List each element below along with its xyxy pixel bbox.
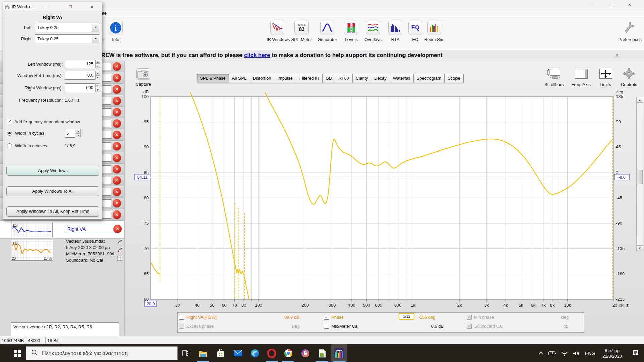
taskbar-search-input[interactable]: Πληκτρολογήστε εδώ για αναζήτηση xyxy=(26,346,178,360)
scroll-up-icon[interactable]: ▲ xyxy=(637,97,643,103)
delete-measurement-icon[interactable]: ✕ xyxy=(113,225,122,233)
tray-chevron-icon[interactable] xyxy=(538,352,544,355)
width-cycles-radio[interactable] xyxy=(7,131,12,136)
info-button[interactable]: i Info xyxy=(105,21,126,42)
spl-trace-checkbox[interactable] xyxy=(179,315,184,320)
mail-button[interactable] xyxy=(230,344,246,362)
apply-windows-all-keep-button[interactable]: Apply Windows To All, Keep Ref Time xyxy=(6,206,99,217)
excess-phase-unit: deg xyxy=(266,324,300,329)
donation-link[interactable]: click here xyxy=(244,52,270,58)
delete-measurement-icon[interactable]: ✕ xyxy=(113,154,121,162)
mic-cal-checkbox[interactable] xyxy=(324,324,329,329)
libreoffice-calc-button[interactable] xyxy=(314,344,330,362)
generator-button[interactable]: Generator xyxy=(317,21,338,42)
taskbar-clock[interactable]: 8:57 μμ 22/8/2020 xyxy=(602,348,622,359)
delete-measurement-icon[interactable]: ✕ xyxy=(113,142,121,150)
ir-windows-button[interactable]: IR Windows xyxy=(267,21,288,42)
spl-phase-chart[interactable]: dBdeg100959085807570656013590450-45-90-1… xyxy=(125,61,644,316)
secure-browser-button[interactable] xyxy=(297,344,313,362)
apply-windows-all-button[interactable]: Apply Windows To All xyxy=(6,186,99,196)
left-window-input[interactable]: 125 xyxy=(65,60,95,68)
delete-measurement-icon[interactable]: ✕ xyxy=(113,131,121,139)
file-explorer-button[interactable] xyxy=(195,344,211,362)
spinner-arrows[interactable]: ▲▼ xyxy=(76,129,81,138)
measurement-name-field[interactable]: Right VA xyxy=(66,225,116,233)
action-center-icon[interactable] xyxy=(632,349,639,357)
scrollbar-thumb[interactable] xyxy=(637,170,643,184)
fdw-checkbox[interactable]: ✓ xyxy=(7,119,12,124)
apply-windows-button[interactable]: Apply Windows xyxy=(6,166,99,176)
start-button[interactable] xyxy=(9,344,26,362)
width-octaves-radio[interactable] xyxy=(7,143,12,148)
delete-measurement-icon[interactable]: ✕ xyxy=(113,199,121,207)
opera-button[interactable] xyxy=(264,344,280,362)
dialog-titlebar[interactable]: IR Windo... — ✕ xyxy=(3,2,102,12)
delete-measurement-icon[interactable]: ✕ xyxy=(113,119,121,128)
edit-pencil-icon[interactable] xyxy=(117,239,123,245)
dialog-maximize-button[interactable] xyxy=(65,2,75,12)
spinner-arrows[interactable]: ▲▼ xyxy=(95,71,101,80)
rew-taskbar-button[interactable]: REW xyxy=(331,344,347,362)
wifi-icon[interactable] xyxy=(561,351,568,356)
power-status-icon[interactable] xyxy=(548,351,556,356)
delete-measurement-icon[interactable]: ✕ xyxy=(113,188,121,196)
task-view-button[interactable] xyxy=(177,344,194,362)
phase-checkbox[interactable]: ✓ xyxy=(324,315,329,320)
rta-button[interactable]: RTA xyxy=(385,21,406,42)
spinner-arrows[interactable]: ▲▼ xyxy=(95,60,101,68)
freq-tick-label: 2k xyxy=(457,303,462,308)
levels-label: Levels xyxy=(340,37,362,42)
window-ref-input[interactable]: 0,0 xyxy=(65,71,95,80)
delete-measurement-icon[interactable]: ✕ xyxy=(113,176,121,185)
measurement-mic: Mic/Meter: 7053981_90d xyxy=(66,251,114,256)
dialog-close-button[interactable]: ✕ xyxy=(87,2,97,12)
min-phase-checkbox[interactable]: ✓ xyxy=(467,315,472,320)
edge-button[interactable] xyxy=(247,344,263,362)
detail-thumbnail[interactable]: 16 20 20,0k xyxy=(11,240,53,261)
window-close-button[interactable]: × xyxy=(622,0,637,9)
left-window-combo[interactable]: Tukey 0.25▼ xyxy=(35,23,100,32)
spl-meter-button[interactable]: dB SPL83 SPL Meter xyxy=(291,21,312,42)
banner-close-icon[interactable]: x xyxy=(616,52,618,58)
room-sim-button[interactable]: Room Sim xyxy=(424,21,445,42)
spinner-arrows[interactable]: ▲▼ xyxy=(95,83,101,92)
eq-button[interactable]: EQ EQ xyxy=(405,21,426,42)
freq-tick-label: 100 xyxy=(255,303,262,308)
right-window-input[interactable]: 500 xyxy=(65,83,95,92)
width-cycles-input[interactable]: 5 xyxy=(65,129,75,138)
delete-measurement-icon[interactable]: ✕ xyxy=(113,85,121,94)
fdw-checkbox-label: Add frequency dependent window xyxy=(14,119,80,124)
measurement-notes-box[interactable]: Vector average of R, R2, R3, R4, R5, R6 xyxy=(11,322,119,336)
levels-button[interactable]: 0 3 6 9 Levels xyxy=(340,21,362,42)
trace-color-pencil-icon[interactable] xyxy=(117,247,123,253)
excess-phase-checkbox[interactable] xyxy=(179,324,184,329)
chart-vertical-scrollbar[interactable]: ▲ ▼ xyxy=(636,97,643,251)
right-window-combo[interactable]: Tukey 0.25▼ xyxy=(35,34,100,43)
window-maximize-button[interactable] xyxy=(603,0,618,9)
measurement-row-selected[interactable]: 15 Right VA ✕ xyxy=(0,221,125,239)
window-minimize-button[interactable] xyxy=(585,0,599,9)
preferences-button[interactable]: Preferences xyxy=(618,21,640,42)
delete-measurement-icon[interactable]: ✕ xyxy=(113,108,121,116)
delete-measurement-icon[interactable]: ✕ xyxy=(113,97,121,105)
soundcard-cal-checkbox[interactable]: ✓ xyxy=(467,324,472,329)
delete-measurement-icon[interactable]: ✕ xyxy=(113,210,121,219)
dialog-minimize-button[interactable]: — xyxy=(42,2,52,12)
freq-tick-label: 600 xyxy=(375,303,382,308)
chrome-button[interactable] xyxy=(280,344,297,362)
language-indicator[interactable]: ENG xyxy=(585,351,595,356)
smoothing-badge[interactable]: 1/12 xyxy=(399,313,414,320)
svg-text:84,11: 84,11 xyxy=(137,175,147,180)
freq-res-value: 1,60 Hz xyxy=(65,98,80,103)
delete-measurement-icon[interactable]: ✕ xyxy=(113,74,121,82)
right-axis-title: deg xyxy=(616,89,623,94)
delete-measurement-icon[interactable]: ✕ xyxy=(113,62,121,71)
overlays-button[interactable]: Overlays xyxy=(362,21,384,42)
db-tick-label: 70 xyxy=(144,246,149,251)
delete-measurement-icon[interactable]: ✕ xyxy=(113,165,121,173)
scroll-down-icon[interactable]: ▼ xyxy=(637,245,643,251)
measurement-thumbnail[interactable]: 15 xyxy=(11,222,53,237)
volume-icon[interactable] xyxy=(573,351,579,356)
microsoft-store-button[interactable] xyxy=(213,344,229,362)
notes-grid-icon[interactable] xyxy=(117,255,123,261)
